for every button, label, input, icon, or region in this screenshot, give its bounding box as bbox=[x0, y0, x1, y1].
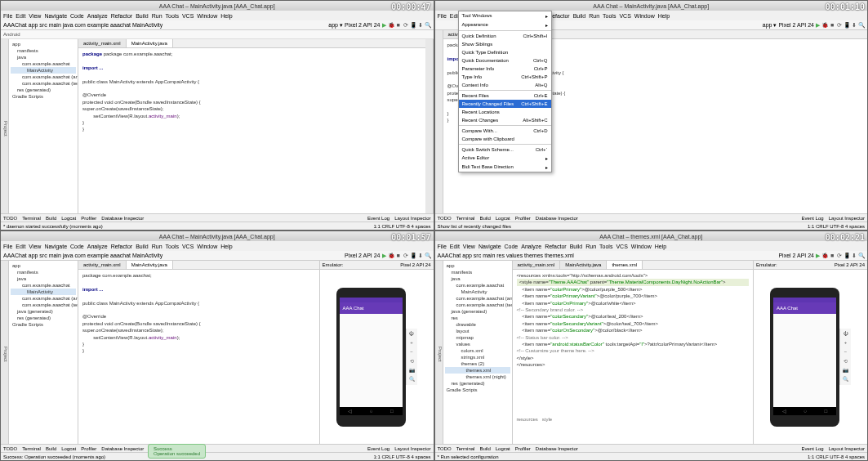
tree-res-gen[interactable]: res (generated) bbox=[11, 87, 76, 93]
debug-icon[interactable]: 🐞 bbox=[388, 22, 394, 29]
dd-quick-doc[interactable]: Quick DocumentationCtrl+Q bbox=[459, 56, 551, 65]
tree-pkg1[interactable]: com.example.aaachat bbox=[11, 60, 76, 67]
tab-db[interactable]: Database Inspector bbox=[101, 216, 144, 221]
tab-terminal[interactable]: Terminal bbox=[456, 216, 475, 221]
sidebar-left[interactable] bbox=[435, 30, 443, 213]
menu-view[interactable]: View bbox=[29, 244, 41, 249]
config-app[interactable]: app ▾ bbox=[328, 22, 343, 29]
tab-logcat[interactable]: Logcat bbox=[496, 216, 510, 221]
menu-window[interactable]: Window bbox=[197, 244, 217, 249]
tree-app[interactable]: app bbox=[11, 41, 76, 47]
menu-tools[interactable]: Tools bbox=[603, 13, 616, 19]
tab-layout-insp[interactable]: Layout Inspector bbox=[829, 216, 865, 221]
menu-analyze[interactable]: Analyze bbox=[87, 13, 108, 19]
emu-device[interactable]: Pixel 2 API 24 bbox=[400, 262, 430, 267]
menu-run[interactable]: Run bbox=[152, 244, 162, 249]
search-icon[interactable]: 🔍 bbox=[425, 22, 431, 29]
dd-active-editor[interactable]: Active Editor▸ bbox=[459, 154, 551, 163]
device-screen[interactable]: AAA Chat bbox=[340, 298, 403, 407]
project-view-selector[interactable]: Android bbox=[3, 32, 20, 37]
tab-main-activity[interactable]: MainActivity.java bbox=[560, 261, 607, 269]
device-selector[interactable]: Pixel 2 API 24 bbox=[778, 22, 814, 28]
sdk-icon[interactable]: ⬇ bbox=[417, 22, 424, 29]
emu-power-icon[interactable]: ⏻ bbox=[408, 331, 415, 338]
menu-analyze[interactable]: Analyze bbox=[87, 244, 108, 249]
nav-recent-icon[interactable]: □ bbox=[390, 409, 394, 414]
debug-icon[interactable]: 🐞 bbox=[821, 22, 828, 29]
dd-show-siblings[interactable]: Show Siblings bbox=[459, 40, 551, 48]
tab-activity-main[interactable]: activity_main.xml bbox=[78, 261, 127, 269]
tab-terminal[interactable]: Terminal bbox=[22, 216, 41, 221]
run-icon[interactable]: ▶ bbox=[382, 253, 386, 259]
menu-vcs[interactable]: VCS bbox=[182, 13, 194, 19]
project-tree[interactable]: app manifests java com.example.aaachat M… bbox=[443, 261, 513, 444]
menu-help[interactable]: Help bbox=[220, 244, 232, 249]
menu-vcs[interactable]: VCS bbox=[182, 244, 194, 249]
menu-build[interactable]: Build bbox=[573, 13, 586, 19]
tree-gradle[interactable]: Gradle Scripts bbox=[11, 93, 76, 100]
avd-icon[interactable]: 📱 bbox=[844, 22, 850, 29]
tab-main-activity[interactable]: MainActivity.java bbox=[127, 39, 173, 47]
tab-activity-main[interactable]: activity_main.xml bbox=[513, 261, 561, 269]
dd-param[interactable]: Parameter InfoCtrl+P bbox=[459, 65, 551, 73]
nav-back-icon[interactable]: ◁ bbox=[348, 408, 352, 414]
menu-vcs[interactable]: VCS bbox=[619, 13, 630, 19]
dd-recent-loc[interactable]: Recent Locations bbox=[459, 108, 551, 116]
dd-quick-def[interactable]: Quick DefinitionCtrl+Shift+I bbox=[459, 32, 551, 40]
dd-context[interactable]: Context InfoAlt+Q bbox=[459, 81, 551, 89]
tab-profiler[interactable]: Profiler bbox=[515, 216, 531, 221]
device-selector[interactable]: Pixel 2 API 24 bbox=[345, 253, 381, 258]
menu-code[interactable]: Code bbox=[70, 13, 84, 19]
menu-window[interactable]: Window bbox=[634, 13, 655, 19]
dd-quick-switch[interactable]: Quick Switch Scheme...Ctrl+` bbox=[459, 145, 551, 154]
sidebar-left[interactable]: Project bbox=[1, 39, 9, 213]
tab-todo[interactable]: TODO bbox=[3, 216, 17, 221]
tab-layout-insp[interactable]: Layout Inspector bbox=[394, 216, 430, 221]
dd-compare-clip[interactable]: Compare with Clipboard bbox=[459, 135, 551, 143]
emu-voldown-icon[interactable]: − bbox=[408, 349, 415, 356]
sidebar-left[interactable]: Project bbox=[435, 261, 443, 444]
tab-event-log[interactable]: Event Log bbox=[367, 216, 389, 221]
menu-edit[interactable]: Edit bbox=[16, 244, 25, 249]
menu-build[interactable]: Build bbox=[136, 13, 149, 19]
menu-help[interactable]: Help bbox=[658, 13, 670, 19]
dd-recent-changes[interactable]: Recent ChangesAlt+Shift+C bbox=[459, 116, 551, 124]
menu-file[interactable]: File bbox=[438, 13, 447, 19]
tree-main-activity[interactable]: MainActivity bbox=[11, 67, 76, 74]
code-editor[interactable]: <resources xmlns:tools="http://schemas.a… bbox=[513, 270, 754, 444]
code-editor[interactable]: package package com.example.aaachat; imp… bbox=[78, 48, 425, 213]
project-tree[interactable]: app manifests java com.example.aaachat M… bbox=[9, 39, 78, 213]
menu-tools[interactable]: Tools bbox=[166, 13, 179, 19]
emu-camera-icon[interactable]: 📷 bbox=[408, 367, 415, 374]
dd-type[interactable]: Type InfoCtrl+Shift+P bbox=[459, 73, 551, 81]
menu-help[interactable]: Help bbox=[220, 13, 232, 19]
tab-todo[interactable]: TODO bbox=[438, 216, 452, 221]
menu-edit[interactable]: Edit bbox=[16, 13, 25, 19]
sdk-icon[interactable]: ⬇ bbox=[851, 22, 857, 29]
dd-bidi[interactable]: Bidi Text Base Direction▸ bbox=[459, 163, 551, 172]
menu-window[interactable]: Window bbox=[197, 13, 217, 19]
dd-appearance[interactable]: Appearance▸ bbox=[459, 20, 551, 29]
tab-activity-main[interactable]: activity_main.xml bbox=[78, 39, 127, 47]
emu-volup-icon[interactable]: + bbox=[408, 340, 415, 347]
nav-home-icon[interactable]: ○ bbox=[370, 409, 373, 414]
tree-manifests[interactable]: manifests bbox=[11, 47, 76, 54]
device-selector[interactable]: Pixel 2 API 24 bbox=[345, 22, 381, 28]
dd-recent-changed[interactable]: Recently Changed FilesCtrl+Shift+E bbox=[459, 100, 551, 108]
menu-build[interactable]: Build bbox=[136, 244, 149, 249]
sync-icon[interactable]: ⟳ bbox=[836, 22, 843, 29]
tab-themes[interactable]: themes.xml bbox=[607, 261, 643, 269]
stop-icon[interactable]: ■ bbox=[395, 22, 402, 29]
tab-build[interactable]: Build bbox=[46, 216, 56, 221]
menu-run[interactable]: Run bbox=[152, 13, 162, 19]
stop-icon[interactable]: ■ bbox=[829, 22, 835, 29]
code-editor[interactable]: package com.example.aaachat; import ... … bbox=[78, 270, 319, 444]
tree-java[interactable]: java bbox=[11, 54, 76, 60]
menu-navigate[interactable]: Navigate bbox=[44, 13, 67, 19]
menu-refactor[interactable]: Refactor bbox=[111, 244, 132, 249]
tab-db[interactable]: Database Inspector bbox=[536, 216, 578, 221]
sync-icon[interactable]: ⟳ bbox=[403, 22, 409, 29]
device-screen[interactable]: AAA Chat bbox=[773, 298, 836, 407]
emu-rotate-icon[interactable]: ⟲ bbox=[408, 358, 415, 365]
tree-pkg3[interactable]: com.example.aaachat (test) bbox=[11, 80, 76, 87]
